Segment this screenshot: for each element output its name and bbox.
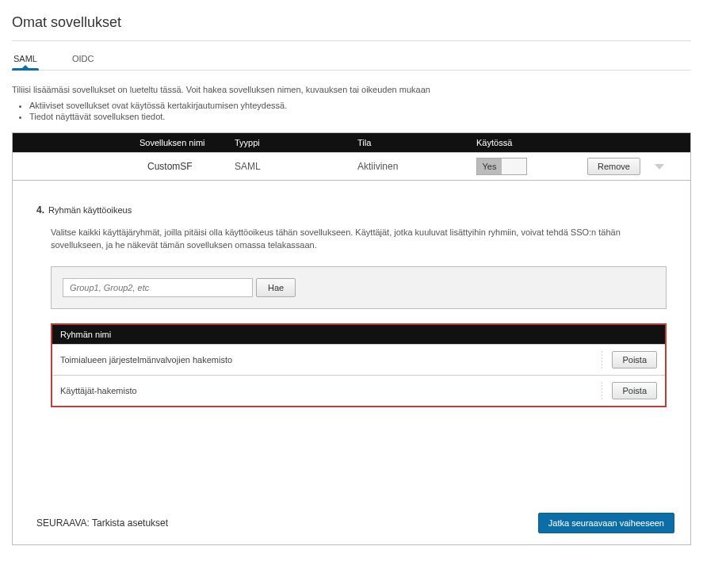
row-separator: [602, 351, 602, 368]
content-panel: 4. Ryhmän käyttöoikeus Valitse kaikki kä…: [12, 181, 691, 545]
col-type: Tyyppi: [235, 138, 357, 147]
intro-text: Tiliisi lisäämäsi sovellukset on luetelt…: [12, 85, 691, 94]
step-title: Ryhmän käyttöoikeus: [48, 205, 132, 215]
group-search-box: Hae: [51, 266, 667, 309]
group-row: Toimialueen järjestelmänvalvojien hakemi…: [52, 344, 665, 375]
group-table: Ryhmän nimi Toimialueen järjestelmänvalv…: [51, 323, 667, 407]
col-enabled: Käytössä: [476, 138, 587, 147]
tab-oidc[interactable]: OIDC: [71, 49, 96, 70]
enabled-toggle[interactable]: Yes: [476, 158, 527, 175]
group-name: Toimialueen järjestelmänvalvojien hakemi…: [60, 355, 592, 365]
group-table-header: Ryhmän nimi: [52, 325, 665, 344]
next-step-label: SEURAAVA: Tarkista asetukset: [36, 517, 168, 529]
app-type: SAML: [235, 161, 357, 172]
intro-bullets: Aktiiviset sovellukset ovat käytössä ker…: [29, 101, 691, 121]
step-description: Valitse kaikki käyttäjäryhmät, joilla pi…: [51, 227, 667, 252]
chevron-down-icon[interactable]: [655, 164, 664, 170]
col-status: Tila: [357, 138, 476, 147]
group-search-input[interactable]: [63, 278, 253, 297]
app-name: CustomSF: [13, 161, 235, 172]
toggle-off-side: [502, 158, 526, 174]
app-status: Aktiivinen: [357, 161, 476, 172]
group-row: Käyttäjät-hakemisto Poista: [52, 375, 665, 406]
group-name: Käyttäjät-hakemisto: [60, 386, 592, 395]
footer: SEURAAVA: Tarkista asetukset Jatka seura…: [36, 513, 674, 533]
remove-group-button[interactable]: Poista: [612, 382, 657, 399]
page-title: Omat sovellukset: [12, 8, 691, 41]
tab-bar: SAML OIDC: [12, 44, 691, 71]
step-number: 4.: [36, 204, 44, 216]
continue-button[interactable]: Jatka seuraavaan vaiheeseen: [538, 513, 674, 533]
row-separator: [602, 382, 602, 399]
app-table: Sovelluksen nimi Tyyppi Tila Käytössä Cu…: [12, 132, 691, 181]
remove-button[interactable]: Remove: [587, 158, 640, 175]
app-table-header: Sovelluksen nimi Tyyppi Tila Käytössä: [13, 133, 690, 152]
app-row: CustomSF SAML Aktiivinen Yes Remove: [13, 152, 690, 180]
search-button[interactable]: Hae: [256, 278, 296, 297]
col-app-name: Sovelluksen nimi: [13, 138, 235, 147]
intro-bullet: Aktiiviset sovellukset ovat käytössä ker…: [29, 101, 691, 110]
step-heading: 4. Ryhmän käyttöoikeus: [36, 204, 667, 216]
tab-saml[interactable]: SAML: [12, 49, 39, 70]
toggle-on-label: Yes: [477, 158, 502, 174]
remove-group-button[interactable]: Poista: [612, 351, 657, 368]
intro-bullet: Tiedot näyttävät sovelluksen tiedot.: [29, 112, 691, 121]
